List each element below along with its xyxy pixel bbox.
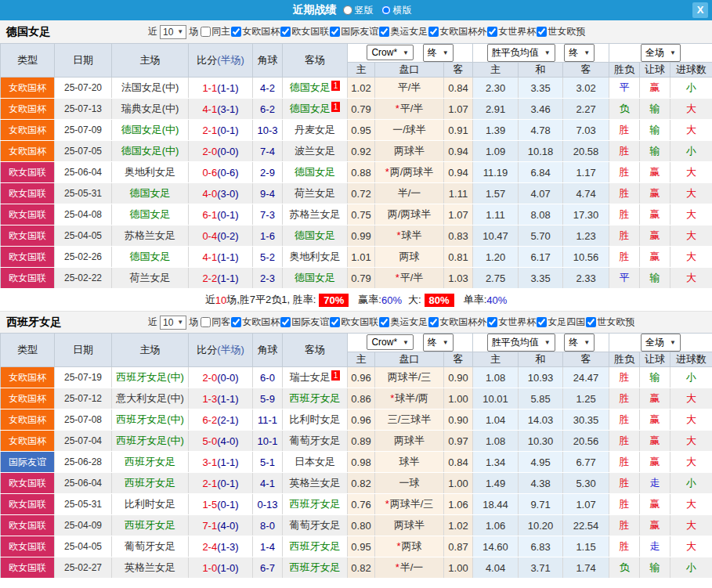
- match-date-cell: 25-07-04: [55, 431, 112, 452]
- league-checkbox[interactable]: 女足四国: [537, 316, 585, 329]
- league-checkbox[interactable]: 奥运女足: [379, 316, 428, 329]
- result-goals-cell: 小: [670, 78, 712, 99]
- euro-away-odds-cell: 1.07: [563, 494, 609, 515]
- away-team-name: 奥地利女足: [290, 251, 341, 262]
- league-checkbox-input[interactable]: [537, 27, 547, 37]
- scope-select[interactable]: 全场▼: [641, 44, 681, 62]
- league-checkbox-input[interactable]: [428, 27, 439, 37]
- league-checkbox-input[interactable]: [280, 27, 291, 37]
- away-team-name: 瑞士女足: [290, 371, 331, 383]
- asian-home-odds-cell: 0.79: [348, 99, 375, 120]
- filter-controls: 近10▼场同客女欧国杯国际友谊欧女国联奥运女足女欧国杯外女世界杯女足四国世女欧预: [146, 316, 635, 330]
- col-header-asian-line: 盘口: [375, 63, 444, 78]
- games-count-select[interactable]: 10▼: [160, 25, 186, 39]
- result-handicap-cell: 走: [640, 536, 670, 557]
- col-header-score: 比分(半场): [189, 334, 253, 367]
- away-team-cell: 西班牙女足: [283, 494, 348, 515]
- euro-state-value: 终: [569, 46, 578, 60]
- asian-away-odds-cell: 1.00: [444, 557, 473, 579]
- league-checkbox-input[interactable]: [330, 27, 340, 37]
- recent-results-panel: 近期战绩 竖版 横版 X 德国女足 近10▼场同主女欧国杯欧女国联国际友谊奥运女…: [0, 0, 712, 588]
- vertical-radio-input[interactable]: [343, 5, 352, 15]
- result-wl-cell: 胜: [609, 141, 640, 162]
- match-row: 欧女国联25-06-04西班牙女足2-1(0-1)4-1英格兰女足0.82一球1…: [1, 473, 712, 494]
- same-side-checkbox[interactable]: 同客: [201, 316, 230, 329]
- scope-select[interactable]: 全场▼: [641, 334, 681, 352]
- summary-row: 近10场,胜7平2负1, 胜率: 70% 赢率:60% 大: 80% 单率:40…: [0, 289, 712, 311]
- league-checkbox[interactable]: 国际友谊: [330, 25, 378, 38]
- league-checkbox-input[interactable]: [379, 27, 389, 37]
- league-checkbox-label: 国际友谊: [291, 316, 329, 329]
- league-checkbox[interactable]: 欧女国联: [330, 316, 378, 329]
- games-count-select[interactable]: 10▼: [160, 316, 186, 330]
- euro-odds-select[interactable]: 胜平负均值▼: [487, 44, 555, 62]
- same-side-checkbox-label: 同客: [211, 316, 230, 329]
- bookmaker-select-value: Crow*: [371, 47, 397, 58]
- same-side-checkbox-input[interactable]: [201, 317, 211, 327]
- league-checkbox[interactable]: 女世界杯: [487, 25, 536, 38]
- same-side-checkbox-input[interactable]: [201, 27, 211, 37]
- asian-state-select[interactable]: 终▼: [423, 44, 454, 62]
- league-checkbox-label: 欧女国联: [341, 316, 378, 329]
- league-checkbox[interactable]: 世女欧预: [537, 25, 585, 38]
- full-time-score: 7-1: [202, 520, 217, 532]
- league-checkbox-input[interactable]: [330, 317, 340, 327]
- league-checkbox-input[interactable]: [379, 317, 389, 327]
- league-checkbox-input[interactable]: [487, 27, 497, 37]
- league-checkbox[interactable]: 女世界杯: [487, 316, 536, 329]
- league-checkbox-input[interactable]: [428, 317, 439, 327]
- match-row: 女欧国杯25-07-19西班牙女足(中)2-0(0-0)6-0瑞士女足10.96…: [1, 367, 712, 388]
- home-team-cell: 西班牙女足(中): [112, 409, 189, 431]
- euro-draw-odds-cell: 10.20: [519, 515, 563, 536]
- league-checkbox-label: 国际友谊: [341, 25, 378, 38]
- col-header-score: 比分(半场): [189, 44, 253, 78]
- home-team-name: 西班牙女足(中): [116, 371, 184, 383]
- asian-state-select[interactable]: 终▼: [423, 334, 454, 352]
- euro-away-odds-cell: 20.58: [563, 141, 609, 162]
- league-checkbox-input[interactable]: [231, 27, 241, 37]
- score-cell: 1-0(1-0): [189, 557, 253, 579]
- euro-away-odds-cell: 4.74: [563, 183, 609, 204]
- league-checkbox[interactable]: 国际友谊: [280, 316, 329, 329]
- rank-badge: 1: [331, 81, 341, 91]
- bookmaker-select[interactable]: Crow*▼: [367, 334, 414, 350]
- horizontal-radio-input[interactable]: [381, 5, 391, 15]
- league-checkbox-input[interactable]: [280, 317, 291, 327]
- league-checkbox[interactable]: 女欧国杯: [231, 316, 280, 329]
- changed-line-star: *: [396, 272, 399, 283]
- euro-state-select[interactable]: 终▼: [564, 44, 595, 62]
- euro-state-select[interactable]: 终▼: [564, 334, 595, 352]
- home-team-name: 荷兰女足: [130, 272, 171, 283]
- half-time-score: (1-1): [217, 82, 238, 94]
- league-checkbox[interactable]: 世女欧预: [586, 316, 634, 329]
- euro-home-odds-cell: 1.04: [473, 409, 519, 431]
- bookmaker-select[interactable]: Crow*▼: [367, 45, 414, 60]
- euro-away-odds-cell: 17.30: [563, 204, 609, 225]
- match-row: 欧女国联25-04-05苏格兰女足0-4(0-2)1-6德国女足0.99*球半0…: [1, 225, 712, 247]
- result-wl-cell: 胜: [609, 494, 640, 515]
- rank-badge: 1: [331, 102, 341, 112]
- same-side-checkbox[interactable]: 同主: [201, 25, 230, 38]
- euro-away-odds-cell: 10.56: [563, 247, 609, 268]
- league-checkbox-input[interactable]: [231, 317, 241, 327]
- euro-odds-select[interactable]: 胜平负均值▼: [487, 334, 555, 352]
- league-checkbox-input[interactable]: [487, 317, 497, 327]
- league-checkbox[interactable]: 奥运女足: [379, 25, 428, 38]
- asian-handicap-cell: *两/两球半: [375, 162, 444, 183]
- euro-home-odds-cell: 18.44: [473, 494, 519, 515]
- changed-line-star: *: [385, 498, 389, 510]
- league-checkbox-input[interactable]: [586, 317, 596, 327]
- league-checkbox-input[interactable]: [537, 317, 547, 327]
- matches-table: 类型 日期 主场 比分(半场) 角球 客场 Crow*▼ 终▼ 胜平负均值▼ 终…: [0, 333, 712, 579]
- layout-radio-vertical[interactable]: 竖版: [343, 4, 374, 17]
- league-checkbox[interactable]: 女欧国杯外: [428, 25, 486, 38]
- league-checkbox[interactable]: 欧女国联: [280, 25, 329, 38]
- layout-radio-horizontal[interactable]: 横版: [381, 4, 412, 17]
- home-team-name: 意大利女足(中): [116, 392, 184, 404]
- close-button[interactable]: X: [692, 2, 708, 18]
- league-checkbox[interactable]: 女欧国杯: [231, 25, 280, 38]
- euro-home-odds-cell: 10.01: [473, 388, 519, 409]
- league-checkbox[interactable]: 女欧国杯外: [428, 316, 486, 329]
- result-handicap-cell: 赢: [640, 225, 670, 247]
- euro-home-odds-cell: 1.09: [473, 141, 519, 162]
